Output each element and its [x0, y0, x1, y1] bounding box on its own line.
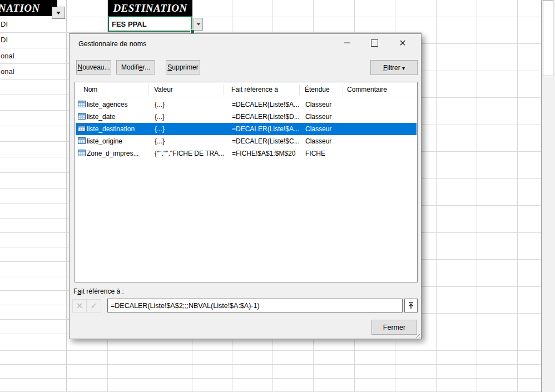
minimize-icon [344, 42, 350, 43]
collapse-dialog-button[interactable] [404, 299, 418, 312]
new-button-label: N [77, 63, 82, 71]
cancel-edit-button[interactable]: ✕ [72, 299, 87, 312]
name-row[interactable]: liste_date {...} =DECALER(Liste!$D... Cl… [76, 111, 417, 123]
gridline [477, 0, 477, 392]
gridline [0, 141, 69, 142]
gridline [517, 0, 518, 392]
close-dialog-button-label: Fermer [383, 324, 405, 331]
selected-cell-fes-ppal[interactable]: FES PPAL [108, 16, 192, 32]
delete-button[interactable]: Supprimer [166, 60, 200, 75]
column-header-commentaire[interactable]: Commentaire [347, 86, 387, 93]
gridline [0, 247, 69, 247]
gridline [192, 340, 192, 392]
filter-button[interactable]: Filtrer ▾ [370, 60, 418, 75]
cell-text: DI [1, 36, 8, 44]
named-range-icon [78, 113, 86, 120]
left-header-filter-button[interactable] [52, 7, 65, 19]
filter-button-label: iltrer [387, 64, 400, 72]
names-listbox: Nom Valeur Fait référence à Étendue Comm… [75, 82, 418, 282]
name-row[interactable]: liste_origine {...} =DECALER(Liste!$C...… [76, 135, 417, 147]
delete-button-label: upprimer [172, 63, 198, 71]
gridline [0, 63, 69, 64]
close-dialog-button[interactable]: Fermer [371, 320, 417, 335]
column-header-valeur[interactable]: Valeur [154, 86, 173, 93]
named-range-icon [78, 150, 86, 156]
gridline [422, 125, 541, 125]
gridline [0, 48, 69, 48]
gridline [313, 340, 314, 392]
name-row[interactable]: liste_agences {...} =DECALER(Liste!$A...… [76, 98, 417, 111]
refers-to-input[interactable] [107, 299, 403, 312]
new-button[interactable]: Nouveau... [76, 60, 111, 75]
name-row[interactable]: liste_destination {...} =DECALER(Liste!$… [76, 123, 417, 135]
column-separator [299, 85, 300, 95]
gridline [272, 340, 273, 392]
maximize-icon [371, 39, 378, 47]
column-header-fait-reference[interactable]: Fait référence à [231, 86, 278, 93]
gridline [422, 151, 541, 152]
gridline [422, 286, 541, 287]
column-header-nom[interactable]: Nom [83, 86, 97, 93]
close-icon: ✕ [399, 38, 406, 48]
gridline [395, 340, 395, 392]
confirm-edit-button[interactable]: ✓ [87, 299, 101, 312]
excel-app-window: NATION DESTINATION FES PPAL DI DI onal o… [0, 0, 555, 392]
minimize-button[interactable] [339, 34, 355, 52]
confirm-icon: ✓ [91, 301, 98, 311]
gridline [0, 232, 69, 233]
cell-text: onal [1, 52, 14, 60]
gridline [422, 178, 541, 179]
gridline [422, 313, 541, 314]
gridline [0, 305, 69, 305]
gridline [0, 188, 69, 188]
name-row[interactable]: Zone_d_impres... {"".""."FICHE DE TRA...… [76, 147, 417, 160]
destination-column-header-label: DESTINATION [113, 2, 187, 14]
edit-button[interactable]: Modifier... [116, 60, 155, 75]
gridline [232, 340, 232, 392]
gridline [422, 205, 541, 206]
column-separator [148, 85, 149, 95]
gridline [0, 32, 422, 33]
left-column-header: NATION [0, 0, 57, 16]
gridline [0, 204, 69, 204]
vertical-scrollbar-thumb[interactable] [543, 0, 553, 76]
data-validation-dropdown-button[interactable] [194, 18, 203, 31]
gridline [0, 79, 69, 80]
chevron-down-icon [196, 23, 201, 26]
gridline [422, 97, 541, 98]
dialog-title: Gestionnaire de noms [78, 40, 146, 48]
chevron-down-icon: ▾ [402, 65, 405, 71]
chevron-down-icon [56, 12, 61, 14]
edit-button-label: r... [143, 63, 150, 71]
gridline [0, 364, 541, 365]
named-range-icon [78, 137, 86, 144]
left-column-header-label: NATION [0, 2, 40, 14]
gridline [422, 232, 541, 233]
cancel-icon: ✕ [76, 301, 83, 311]
close-button[interactable]: ✕ [394, 34, 411, 52]
vertical-scrollbar[interactable] [541, 0, 555, 392]
refers-to-label: Fait référence à : [73, 287, 124, 295]
destination-column-header: DESTINATION [108, 0, 192, 16]
named-range-icon [78, 101, 86, 107]
named-range-icon [78, 125, 86, 132]
gridline [0, 218, 69, 219]
column-header-etendue[interactable]: Étendue [305, 86, 330, 93]
collapse-dialog-icon [408, 302, 414, 309]
name-manager-dialog: Gestionnaire de noms ✕ Nouveau... Modifi… [69, 33, 422, 339]
gridline [0, 261, 69, 262]
gridline [0, 17, 541, 17]
cell-text: DI [1, 20, 8, 28]
gridline [0, 319, 69, 320]
gridline [422, 71, 541, 71]
gridline [0, 378, 541, 379]
column-separator [343, 85, 343, 95]
maximize-button[interactable] [366, 34, 383, 52]
gridline [0, 110, 69, 111]
gridline [354, 340, 355, 392]
gridline [0, 172, 69, 173]
gridline [422, 43, 541, 44]
listbox-header: Nom Valeur Fait référence à Étendue Comm… [75, 82, 417, 97]
gridline [0, 126, 69, 126]
gridline [0, 95, 69, 95]
